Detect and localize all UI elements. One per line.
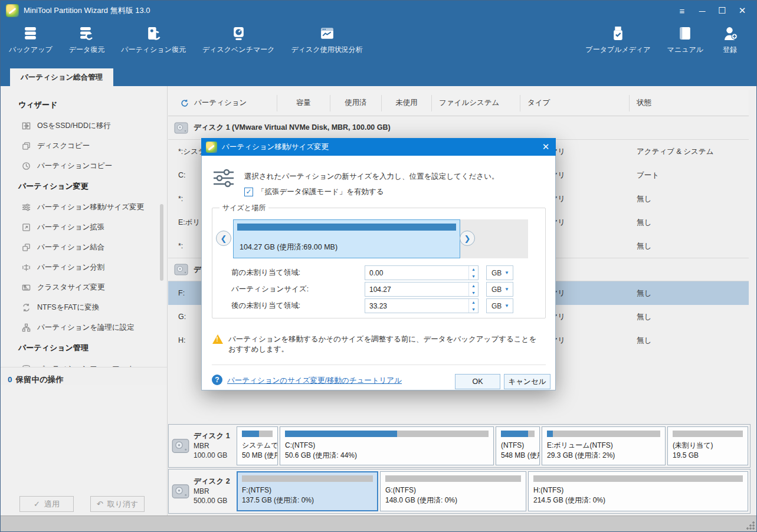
menu-icon[interactable]: ≡ xyxy=(674,3,690,18)
disk1-block-c[interactable]: C:(NTFS) 50.6 GB (使用済: 44%) xyxy=(280,426,494,465)
refresh-icon[interactable] xyxy=(181,99,189,107)
spinner[interactable]: ▲▼ xyxy=(468,299,478,313)
sidebar: ウィザード OSをSSD/HDDに移行 ディスクコピー パーティションコピー パ… xyxy=(1,86,168,515)
sidebar-section-wizard: ウィザード xyxy=(1,94,167,116)
backup-button[interactable]: バックアップ xyxy=(1,21,61,55)
sidebar-item-partition-copy[interactable]: パーティションコピー xyxy=(1,156,167,176)
disk-usage-analysis-icon xyxy=(319,25,335,41)
unallocated-before-label: 前の未割り当て領域: xyxy=(231,268,365,278)
unallocated-after-label: 後の未割り当て領域: xyxy=(231,301,365,311)
unallocated-before-input[interactable]: 0.00 ▲▼ xyxy=(365,265,479,280)
hdd-icon xyxy=(172,484,189,499)
spinner[interactable]: ▲▼ xyxy=(468,283,478,296)
dialog-logo-icon xyxy=(206,142,217,153)
maximize-button[interactable]: ☐ xyxy=(714,3,730,18)
disk1-block-e[interactable]: E:ボリューム(NTFS) 29.3 GB (使用済: 2%) xyxy=(542,426,666,465)
spinner[interactable]: ▲▼ xyxy=(468,266,478,280)
undo-button[interactable]: ↶ 取り消す xyxy=(90,496,145,512)
disk1-block-system-reserved[interactable]: システムで予約 50 MB (使用済: xyxy=(237,426,278,465)
disk1-label: ディスク 1 MBR 100.00 GB xyxy=(169,425,235,467)
sidebar-item-convert-ntfs-fat[interactable]: NTFSをFATに変換 xyxy=(1,297,167,317)
os-migrate-icon xyxy=(22,121,31,130)
disk1-block-unallocated[interactable]: (未割り当て) 19.5 GB xyxy=(667,426,748,465)
sidebar-scrollbar[interactable] xyxy=(160,204,163,281)
col-partition[interactable]: パーティション xyxy=(194,98,247,108)
convert-ntfs-fat-icon xyxy=(22,303,31,312)
partition-copy-icon xyxy=(22,162,31,170)
statusbar xyxy=(1,515,756,531)
sidebar-item-move-resize[interactable]: パーティション移動/サイズ変更 xyxy=(1,197,167,217)
cancel-button[interactable]: キャンセル xyxy=(504,374,550,389)
slide-right-button[interactable]: ❯ xyxy=(460,231,475,246)
size-location-group: サイズと場所 104.27 GB (使用済:69.00 MB) ❮ ❯ 前の未割… xyxy=(212,208,546,318)
sidebar-item-cluster-size[interactable]: クラスタサイズ変更 xyxy=(1,277,167,297)
merge-partition-icon xyxy=(22,243,31,252)
move-resize-dialog: パーティション移動/サイズ変更 ✕ 選択されたパーティションの新サイズを入力し、… xyxy=(201,138,556,390)
hdd-icon xyxy=(174,122,188,134)
hdd-icon xyxy=(172,438,189,454)
col-filesystem[interactable]: ファイルシステム xyxy=(432,95,520,111)
cluster-size-icon xyxy=(22,283,31,292)
disk2-block-f-selected[interactable]: F:(NTFS) 137.5 GB (使用済: 0%) xyxy=(237,471,378,511)
unallocated-after-input[interactable]: 33.23 ▲▼ xyxy=(365,298,479,313)
bootable-media-icon xyxy=(610,25,626,41)
slide-left-button[interactable]: ❮ xyxy=(216,231,231,246)
apply-button[interactable]: ✓ 適用 xyxy=(19,496,74,512)
disk1-block-ntfs[interactable]: (NTFS) 548 MB (使用済: xyxy=(496,426,540,465)
unit-select[interactable]: GB ▼ xyxy=(486,265,513,280)
chevron-down-icon: ▼ xyxy=(504,287,509,292)
chevron-down-icon: ▼ xyxy=(504,270,509,275)
partition-slider-block[interactable]: 104.27 GB (使用済:69.00 MB) xyxy=(233,219,460,258)
register-icon xyxy=(722,25,738,41)
sidebar-item-extend[interactable]: パーティション拡張 xyxy=(1,217,167,237)
extend-partition-icon xyxy=(22,223,31,232)
tutorial-link[interactable]: パーティションのサイズ変更/移動のチュートリアル xyxy=(227,376,402,386)
data-recovery-button[interactable]: データ復元 xyxy=(61,21,113,55)
sidebar-item-migrate-os[interactable]: OSをSSD/HDDに移行 xyxy=(1,116,167,136)
warning-text: パーティションを移動するかそのサイズを調整する前に、データをバックアップすること… xyxy=(228,334,543,354)
disk-usage-analysis-button[interactable]: ディスク使用状況分析 xyxy=(283,21,371,55)
partition-size-input[interactable]: 104.27 ▲▼ xyxy=(365,282,479,297)
set-logical-icon xyxy=(22,323,31,332)
help-icon[interactable]: ? xyxy=(212,375,222,385)
disk2-block-h[interactable]: H:(NTFS) 214.5 GB (使用済: 0%) xyxy=(528,471,748,511)
resize-grip[interactable] xyxy=(746,521,755,530)
partition-recovery-button[interactable]: パーティション復元 xyxy=(113,21,194,55)
dialog-close-icon[interactable]: ✕ xyxy=(536,142,556,152)
tab-partition-management[interactable]: パーティション総合管理 xyxy=(10,68,113,86)
sidebar-item-set-logical[interactable]: パーティションを論理に設定 xyxy=(1,317,167,337)
disk-copy-icon xyxy=(22,142,31,150)
dialog-title: パーティション移動/サイズ変更 xyxy=(222,142,329,152)
col-status[interactable]: 状態 xyxy=(630,95,749,111)
sidebar-section-partition-manage: パーティション管理 xyxy=(1,337,167,359)
sidebar-item-merge[interactable]: パーティション結合 xyxy=(1,237,167,257)
window-title: MiniTool Partition Wizard 無料版 13.0 xyxy=(24,5,150,16)
protect-mode-checkbox[interactable]: ✓ xyxy=(244,188,253,196)
ok-button[interactable]: OK xyxy=(455,374,500,389)
minimize-button[interactable]: ─ xyxy=(694,3,710,18)
sidebar-item-split[interactable]: パーティション分割 xyxy=(1,257,167,277)
register-button[interactable]: 登録 xyxy=(712,21,748,55)
manual-button[interactable]: マニュアル xyxy=(659,21,712,55)
disk1-group-row[interactable]: ディスク 1 (VMware Virtual NVMe Disk, MBR, 1… xyxy=(168,116,749,140)
toolbar: バックアップ データ復元 パーティション復元 ディスクベンチマーク ディスク使用… xyxy=(1,21,756,67)
col-unused[interactable]: 未使用 xyxy=(382,95,432,111)
col-type[interactable]: タイプ xyxy=(520,95,630,111)
manual-icon xyxy=(677,25,693,41)
col-used[interactable]: 使用済 xyxy=(330,95,382,111)
partition-strip xyxy=(237,224,456,231)
partition-recovery-icon xyxy=(146,25,162,41)
sidebar-section-partition-change: パーティション変更 xyxy=(1,176,167,197)
table-header: パーティション 容量 使用済 未使用 ファイルシステム タイプ 状態 xyxy=(168,90,749,116)
sidebar-item-format[interactable]: パーティションフォーマット xyxy=(1,359,167,367)
col-capacity[interactable]: 容量 xyxy=(277,95,330,111)
unit-select[interactable]: GB ▼ xyxy=(486,282,513,297)
disk2-block-g[interactable]: G:(NTFS) 148.0 GB (使用済: 0%) xyxy=(380,471,526,511)
sidebar-item-disk-copy[interactable]: ディスクコピー xyxy=(1,136,167,156)
disk-benchmark-button[interactable]: ディスクベンチマーク xyxy=(194,21,283,55)
dialog-titlebar: パーティション移動/サイズ変更 ✕ xyxy=(201,138,556,156)
unit-select[interactable]: GB ▼ xyxy=(486,298,513,313)
close-button[interactable]: ✕ xyxy=(734,3,751,18)
hdd-icon xyxy=(174,264,188,275)
bootable-media-button[interactable]: ブータブルメディア xyxy=(577,21,658,55)
